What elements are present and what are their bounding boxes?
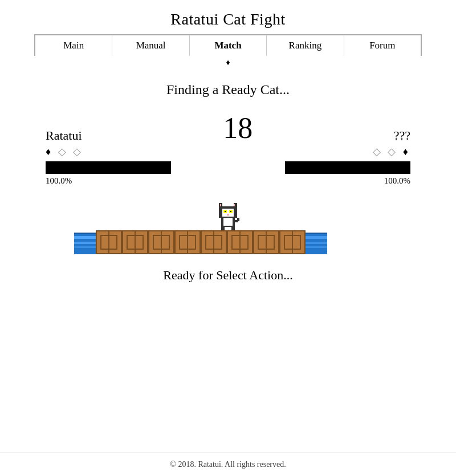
svg-rect-8	[225, 211, 226, 212]
site-title: Ratatui Cat Fight	[170, 10, 285, 29]
nav-forum[interactable]: Forum	[344, 35, 421, 56]
nav-bar: Main Manual Match Ranking Forum	[34, 34, 422, 56]
lives-row: ♦ ◇ ◇ ◇ ◇ ♦	[46, 145, 410, 158]
finding-status: Finding a Ready Cat...	[166, 82, 290, 97]
round-number: 18	[82, 113, 394, 143]
water-left	[74, 233, 96, 254]
svg-rect-10	[227, 214, 229, 215]
platform	[74, 226, 382, 254]
svg-rect-3	[234, 204, 235, 206]
player-life-empty-2: ◇	[73, 146, 83, 157]
player-life-empty-1: ◇	[58, 146, 68, 157]
opponent-life-empty-2: ◇	[388, 146, 398, 157]
nav-ranking[interactable]: Ranking	[267, 35, 344, 56]
opponent-hp-bar-wrapper	[234, 161, 410, 174]
nav-main[interactable]: Main	[35, 35, 112, 56]
crate-8	[279, 230, 306, 254]
action-status: Ready for Select Action...	[163, 268, 292, 283]
active-nav-indicator: ♦	[226, 58, 230, 67]
player-lives: ♦ ◇ ◇	[46, 145, 83, 158]
crate-5	[201, 230, 227, 254]
player-hp-bar-wrapper	[46, 161, 222, 174]
crate-2	[122, 230, 148, 254]
footer-text: © 2018. Ratatui. All rights reserved.	[170, 460, 286, 469]
crate-7	[253, 230, 279, 254]
opponent-name: ???	[394, 128, 410, 143]
main-content: Finding a Ready Cat... Ratatui 18 ??? ♦ …	[23, 71, 433, 294]
battle-area: Ratatui 18 ??? ♦ ◇ ◇ ◇ ◇ ♦	[23, 113, 433, 197]
svg-rect-12	[223, 218, 233, 226]
player-hp-pct: 100.0%	[46, 176, 72, 186]
footer: © 2018. Ratatui. All rights reserved.	[0, 453, 456, 476]
nav-match[interactable]: Match	[190, 35, 267, 56]
opponent-hp-pct: 100.0%	[384, 176, 410, 186]
player-life-filled-1: ♦	[46, 146, 53, 157]
crate-4	[174, 230, 201, 254]
hp-pct-row: 100.0% 100.0%	[46, 176, 410, 186]
svg-rect-9	[230, 211, 231, 212]
fighters-row: Ratatui 18 ???	[46, 113, 410, 143]
svg-rect-2	[220, 204, 221, 206]
hp-bar-row	[46, 161, 410, 174]
opponent-lives: ◇ ◇ ♦	[373, 145, 410, 158]
battle-scene	[23, 197, 433, 254]
crate-3	[148, 230, 174, 254]
water-right	[306, 233, 327, 254]
player-name: Ratatui	[46, 128, 82, 143]
crate-1	[96, 230, 122, 254]
opponent-hp-bar	[285, 161, 410, 174]
opponent-life-filled-1: ♦	[403, 146, 410, 157]
opponent-life-empty-1: ◇	[373, 146, 383, 157]
nav-manual[interactable]: Manual	[112, 35, 189, 56]
scene-inner	[74, 197, 382, 254]
crate-6	[227, 230, 253, 254]
svg-rect-16	[237, 218, 239, 221]
player-hp-bar	[46, 161, 171, 174]
